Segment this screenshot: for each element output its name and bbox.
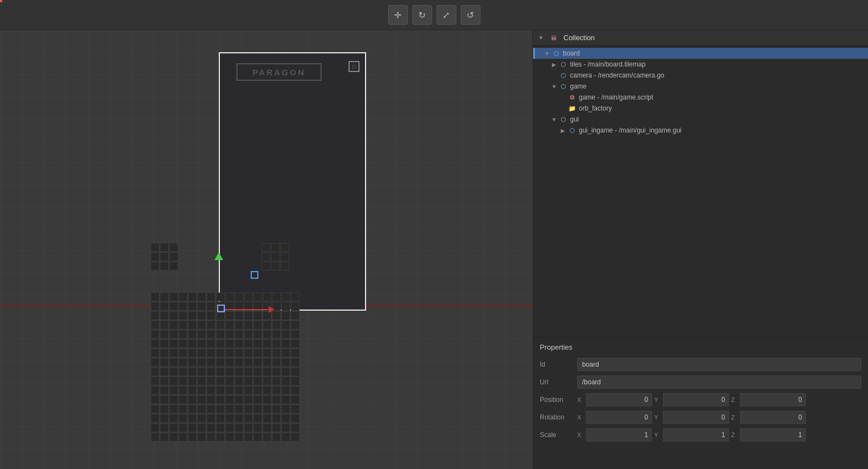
game-panel: PARAGON □ [219, 52, 366, 311]
scale-tool-button[interactable]: ⤢ [436, 5, 456, 25]
scale-y-label: Y [654, 432, 661, 438]
game-go-icon: ⬡ [560, 82, 567, 90]
gui-ingame-arrow [560, 127, 566, 134]
red-arrow-head [269, 306, 274, 313]
tree-item-tiles[interactable]: ⬡ tiles - /main/board.tilemap [533, 59, 868, 70]
tree-item-gui-ingame[interactable]: ⬡ gui_ingame - /main/gui_ingame.gui [533, 125, 868, 136]
collection-icon: 🏛 [550, 34, 557, 42]
scale-x-label: X [577, 432, 584, 438]
board-label: board [563, 49, 580, 57]
prop-id-input[interactable] [577, 358, 861, 371]
pos-z-label: Z [731, 396, 738, 403]
rot-z-label: Z [731, 414, 738, 421]
paragon-logo: PARAGON [236, 63, 322, 81]
pos-x-label: X [577, 396, 584, 403]
properties-title: Properties [533, 343, 868, 356]
prop-id-label: Id [540, 361, 573, 368]
gui-ingame-label: gui_ingame - /main/gui_ingame.gui [579, 126, 682, 134]
rotation-fields: X Y Z [577, 411, 861, 424]
game-script-label: game - /main/game.script [579, 93, 653, 101]
tree-item-game[interactable]: ⬡ game [533, 81, 868, 92]
rotate-tool-button[interactable]: ↻ [412, 5, 432, 25]
tree-item-gui[interactable]: ⬡ gui [533, 114, 868, 125]
rot-x-input[interactable] [586, 411, 652, 424]
gui-ingame-icon: ⬡ [568, 126, 576, 134]
viewport[interactable]: PARAGON □ [0, 30, 533, 469]
undo-tool-button[interactable]: ↺ [461, 5, 480, 25]
scale-z-label: Z [731, 432, 738, 438]
pos-y-label: Y [654, 396, 661, 403]
pos-z-input[interactable] [740, 393, 806, 406]
main-content: PARAGON □ [0, 30, 868, 469]
prop-row-rotation: Rotation X Y Z [533, 409, 868, 426]
game-script-icon: ⚙ [568, 93, 576, 101]
scale-x-input[interactable] [586, 428, 652, 442]
orb-factory-label: orb_factory [579, 104, 612, 112]
pos-y-input[interactable] [663, 393, 729, 406]
rot-y-input[interactable] [663, 411, 729, 424]
tiles-arrow [551, 61, 557, 68]
tile-block-left [151, 243, 178, 271]
prop-row-scale: Scale X Y Z [533, 426, 868, 444]
accent-bar [0, 0, 2, 2]
selection-square [251, 271, 258, 279]
tiles-icon: ⬡ [560, 60, 567, 68]
orb-factory-icon: 📁 [568, 104, 576, 112]
collection-title: Collection [563, 34, 595, 42]
toolbar-buttons: ✛ ↻ ⤢ ↺ [388, 5, 480, 25]
tree-item-orb-factory[interactable]: 📁 orb_factory [533, 103, 868, 114]
rot-y-label: Y [654, 414, 661, 421]
gui-go-icon: ⬡ [560, 115, 567, 123]
properties-panel: Properties Id Url Position X Y Z [533, 337, 868, 469]
red-arrow-line [225, 309, 269, 310]
collection-header: 🏛 Collection [533, 30, 868, 46]
red-arrow-handle[interactable] [225, 306, 274, 313]
tree-area[interactable]: ⬡ board ⬡ tiles - /main/board.tilemap ⬡ … [533, 46, 868, 337]
scale-y-input[interactable] [663, 428, 729, 442]
tree-item-board[interactable]: ⬡ board [533, 48, 868, 59]
game-label: game [570, 82, 587, 90]
tree-item-camera[interactable]: ⬡ camera - /rendercam/camera.go [533, 70, 868, 81]
right-panel: 🏛 Collection ⬡ board ⬡ tiles - /main/boa… [533, 30, 868, 469]
rot-x-label: X [577, 414, 584, 421]
camera-icon: ⬡ [560, 71, 567, 79]
game-arrow [551, 83, 557, 90]
large-tile-grid: // Inline generation not allowed, will b… [151, 293, 300, 442]
prop-row-position: Position X Y Z [533, 391, 868, 409]
camera-label: camera - /rendercam/camera.go [570, 71, 664, 79]
board-go-icon: ⬡ [552, 49, 560, 57]
prop-position-label: Position [540, 396, 573, 404]
prop-row-url: Url [533, 373, 868, 391]
pos-x-input[interactable] [586, 393, 652, 406]
game-object-triangle [214, 252, 223, 260]
prop-url-label: Url [540, 378, 573, 386]
tile-block-right [262, 243, 289, 271]
prop-url-input[interactable] [577, 376, 861, 389]
tree-item-game-script[interactable]: ⚙ game - /main/game.script [533, 92, 868, 103]
scale-fields: X Y Z [577, 428, 861, 442]
panel-corner-icon: □ [349, 61, 360, 72]
prop-row-id: Id [533, 356, 868, 373]
top-toolbar: ✛ ↻ ⤢ ↺ [0, 0, 868, 30]
prop-rotation-label: Rotation [540, 413, 573, 421]
gui-label: gui [570, 115, 579, 123]
tiles-label: tiles - /main/board.tilemap [570, 60, 645, 68]
gui-arrow [551, 116, 557, 123]
position-fields: X Y Z [577, 393, 861, 406]
board-arrow [544, 50, 550, 57]
prop-scale-label: Scale [540, 431, 573, 439]
rot-z-input[interactable] [740, 411, 806, 424]
scale-z-input[interactable] [740, 428, 806, 442]
move-tool-button[interactable]: ✛ [388, 5, 408, 25]
collection-arrow[interactable] [538, 35, 544, 41]
move-handle[interactable] [217, 305, 225, 312]
